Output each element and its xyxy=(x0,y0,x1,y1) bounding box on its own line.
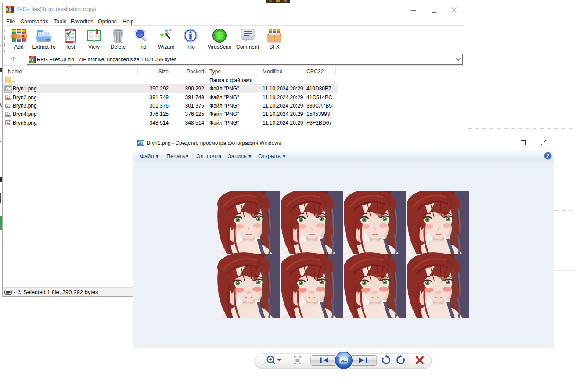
svg-text:?: ? xyxy=(547,153,550,158)
